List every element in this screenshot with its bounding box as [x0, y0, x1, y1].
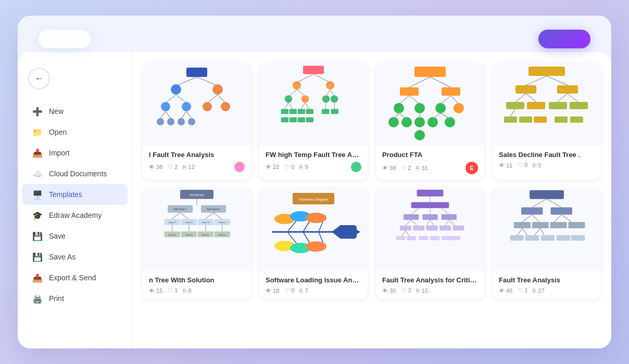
page-title — [39, 30, 91, 48]
template-card-card5[interactable]: PROBLEM Sub Issue 1 Sub Issue 2 cause 1 … — [143, 188, 251, 299]
template-card-card6[interactable]: Fishbone Diagram Software Loading Issue … — [259, 188, 368, 299]
svg-rect-46 — [281, 118, 288, 123]
card-preview — [143, 62, 251, 146]
template-card-card2[interactable]: FW high Temp Fault Tree Analysis 👁 22 ♡ … — [259, 62, 368, 179]
svg-line-32 — [326, 89, 330, 97]
svg-line-183 — [518, 228, 522, 235]
template-card-card8[interactable]: Fault Tree Analysis 👁 45 ♡ 1 ⎘ 27 — [493, 188, 601, 299]
svg-line-76 — [547, 76, 568, 85]
card-info: FW high Temp Fault Tree Analysis 👁 22 ♡ … — [259, 146, 368, 177]
svg-line-43 — [305, 103, 309, 109]
back-icon: ← — [34, 73, 44, 84]
sidebar-label-open: Open — [49, 128, 67, 136]
sidebar-item-edraw[interactable]: 🎓 Edraw Academy — [22, 205, 128, 226]
header — [18, 16, 611, 57]
avatar-badge — [351, 162, 361, 172]
svg-rect-189 — [571, 235, 585, 240]
svg-text:Solution: Solution — [202, 233, 209, 236]
svg-line-20 — [186, 111, 192, 119]
sidebar-item-open[interactable]: 📁 Open — [22, 122, 128, 142]
main-content: ← ➕ New 📁 Open 📥 Import ☁️ Cloud Documen… — [18, 52, 611, 348]
sidebar-item-import[interactable]: 📥 Import — [22, 142, 128, 163]
saveas-icon: 💾 — [32, 252, 43, 262]
svg-line-101 — [180, 213, 188, 219]
template-card-card3[interactable]: Product FTA 👁 38 ♡ 2 ⎘ 31 E — [376, 62, 484, 179]
sidebar: ← ➕ New 📁 Open 📥 Import ☁️ Cloud Documen… — [18, 52, 132, 348]
svg-rect-39 — [306, 109, 313, 114]
svg-line-152 — [411, 220, 417, 226]
template-card-card1[interactable]: l Fault Tree Analysis 👁 38 ♡ 2 ⎘ 12 — [143, 62, 251, 179]
svg-text:Solution: Solution — [169, 233, 176, 236]
svg-point-17 — [178, 118, 185, 125]
sidebar-item-saveas[interactable]: 💾 Save As — [22, 246, 128, 267]
views-count: 👁 30 — [382, 288, 396, 294]
card-preview — [493, 188, 601, 271]
svg-rect-156 — [439, 226, 451, 230]
svg-rect-36 — [281, 109, 288, 114]
svg-rect-148 — [404, 214, 419, 220]
svg-line-55 — [399, 96, 409, 104]
svg-line-145 — [411, 208, 419, 214]
svg-rect-188 — [557, 235, 570, 240]
svg-rect-88 — [504, 116, 517, 123]
sidebar-label-edraw: Edraw Academy — [49, 211, 102, 219]
svg-line-56 — [409, 96, 420, 104]
template-card-card7[interactable]: Fault Tree Analysis for Critical 👁 30 ♡ … — [376, 188, 484, 299]
likes-count: ♡ 0 — [518, 162, 527, 168]
templates-icon: 🖥️ — [32, 189, 43, 200]
svg-rect-53 — [400, 87, 419, 96]
import-icon: 📥 — [32, 148, 43, 158]
svg-line-172 — [547, 199, 561, 207]
svg-rect-179 — [514, 222, 531, 228]
svg-rect-164 — [396, 236, 406, 240]
svg-point-139 — [306, 241, 326, 252]
card-title: FW high Temp Fault Tree Analysis — [266, 151, 361, 159]
card-meta: 👁 22 ♡ 0 ⎘ 9 — [266, 162, 361, 172]
sidebar-item-new[interactable]: ➕ New — [22, 101, 128, 122]
svg-rect-38 — [298, 109, 305, 114]
svg-rect-165 — [407, 236, 416, 240]
views-count: 👁 22 — [266, 164, 279, 170]
template-card-card4[interactable]: Sales Decline Fault Tree . 👁 11 ♡ 0 ⎘ 5 — [493, 62, 601, 179]
template-grid: l Fault Tree Analysis 👁 38 ♡ 2 ⎘ 12 — [132, 52, 611, 348]
svg-rect-181 — [550, 222, 567, 228]
svg-rect-187 — [541, 235, 555, 240]
svg-point-59 — [435, 103, 446, 113]
svg-point-4 — [212, 84, 223, 95]
sidebar-item-print[interactable]: 🖨️ Print — [22, 288, 128, 309]
svg-rect-21 — [303, 66, 324, 74]
svg-rect-157 — [453, 226, 464, 230]
svg-rect-154 — [413, 226, 424, 230]
svg-point-58 — [414, 103, 425, 113]
svg-line-62 — [451, 96, 459, 104]
views-count: 👁 15 — [149, 288, 162, 294]
svg-rect-48 — [298, 118, 305, 123]
sidebar-item-templates[interactable]: 🖥️ Templates — [22, 184, 128, 205]
svg-line-75 — [526, 76, 547, 85]
svg-line-151 — [406, 220, 411, 226]
svg-rect-37 — [290, 109, 297, 114]
svg-line-6 — [176, 95, 186, 103]
svg-rect-81 — [506, 102, 524, 109]
svg-rect-169 — [451, 236, 460, 240]
card-preview — [259, 62, 368, 146]
sidebar-item-cloud[interactable]: ☁️ Cloud Documents — [22, 163, 128, 184]
copies-count: ⎘ 31 — [416, 165, 427, 171]
card-title: Product FTA — [382, 151, 478, 159]
sidebar-item-save[interactable]: 💾 Save — [22, 226, 128, 246]
svg-rect-186 — [525, 235, 539, 240]
card-title: l Fault Tree Analysis — [149, 151, 245, 159]
svg-line-26 — [288, 89, 297, 97]
card-meta: 👁 38 ♡ 2 ⎘ 12 — [149, 162, 245, 172]
card-title: Sales Decline Fault Tree . — [499, 151, 595, 159]
svg-line-191 — [540, 228, 545, 235]
svg-line-190 — [534, 228, 540, 235]
likes-count: ♡ 1 — [168, 287, 178, 294]
svg-point-18 — [188, 118, 195, 125]
svg-line-160 — [445, 220, 449, 226]
back-button[interactable]: ← — [28, 68, 50, 89]
sidebar-item-export[interactable]: 📤 Export & Send — [22, 267, 128, 288]
search-button[interactable] — [538, 30, 590, 48]
card-info: Fault Tree Analysis 👁 45 ♡ 1 ⎘ 27 — [493, 271, 601, 299]
card-preview — [493, 62, 601, 146]
